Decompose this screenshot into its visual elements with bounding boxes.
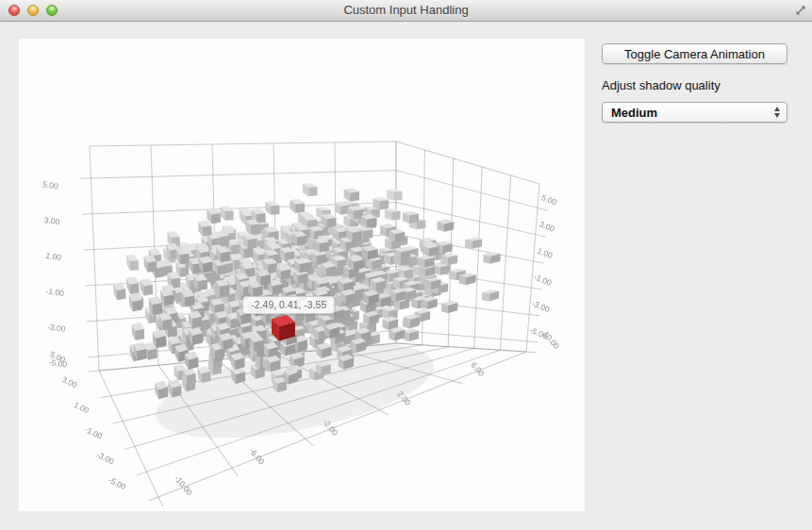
shadow-quality-label: Adjust shadow quality (602, 78, 787, 92)
shadow-quality-select[interactable]: Medium (602, 102, 787, 123)
title-bar: Custom Input Handling (0, 0, 812, 22)
up-down-arrows-icon (774, 107, 780, 118)
toggle-camera-animation-button[interactable]: Toggle Camera Animation (602, 43, 787, 64)
app-window: Custom Input Handling -2.49, 0.41, -3.55… (0, 0, 812, 530)
selection-tooltip: -2.49, 0.41, -3.55 (242, 296, 335, 314)
close-circle-icon[interactable] (8, 5, 20, 16)
scatter-plot: -2.49, 0.41, -3.55 (19, 39, 585, 511)
scatter-3d-view[interactable] (19, 39, 585, 511)
traffic-lights (8, 5, 58, 16)
window-title: Custom Input Handling (66, 0, 746, 21)
minimize-circle-icon[interactable] (27, 5, 39, 16)
control-panel: Toggle Camera Animation Adjust shadow qu… (602, 43, 787, 123)
zoom-circle-icon[interactable] (46, 5, 58, 16)
expand-arrows-icon[interactable] (794, 4, 807, 17)
shadow-quality-value: Medium (611, 106, 657, 120)
